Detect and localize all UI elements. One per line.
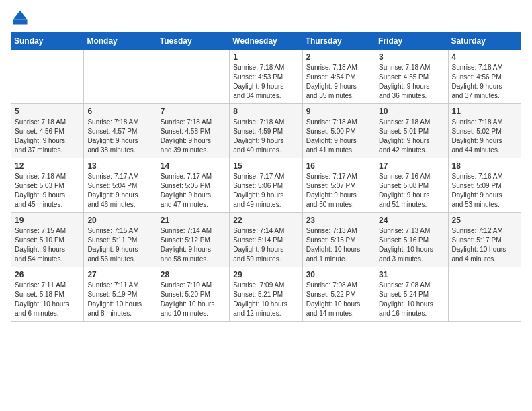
day-cell [448, 267, 521, 322]
day-info: Sunrise: 7:17 AM Sunset: 5:07 PM Dayligh… [306, 172, 371, 210]
day-number: 13 [87, 161, 152, 171]
day-cell: 19Sunrise: 7:15 AM Sunset: 5:10 PM Dayli… [11, 213, 84, 267]
day-number: 21 [161, 216, 226, 225]
week-row-1: 5Sunrise: 7:18 AM Sunset: 4:56 PM Daylig… [11, 104, 521, 158]
logo [11, 8, 32, 27]
day-cell: 20Sunrise: 7:15 AM Sunset: 5:11 PM Dayli… [84, 213, 157, 267]
day-cell: 14Sunrise: 7:17 AM Sunset: 5:05 PM Dayli… [157, 158, 229, 213]
day-number: 15 [233, 161, 298, 171]
day-cell: 28Sunrise: 7:10 AM Sunset: 5:20 PM Dayli… [157, 267, 229, 322]
day-cell: 6Sunrise: 7:18 AM Sunset: 4:57 PM Daylig… [84, 104, 157, 158]
day-number: 17 [379, 161, 444, 171]
day-cell [84, 50, 157, 104]
day-cell: 27Sunrise: 7:11 AM Sunset: 5:19 PM Dayli… [84, 267, 157, 322]
day-info: Sunrise: 7:15 AM Sunset: 5:10 PM Dayligh… [15, 226, 80, 264]
day-info: Sunrise: 7:13 AM Sunset: 5:15 PM Dayligh… [306, 226, 371, 264]
day-cell: 11Sunrise: 7:18 AM Sunset: 5:02 PM Dayli… [448, 104, 521, 158]
day-number: 14 [161, 161, 226, 171]
day-cell: 13Sunrise: 7:17 AM Sunset: 5:04 PM Dayli… [84, 158, 157, 213]
day-info: Sunrise: 7:18 AM Sunset: 4:57 PM Dayligh… [87, 118, 152, 155]
day-number: 28 [161, 270, 226, 279]
svg-marker-0 [13, 11, 28, 20]
day-cell [157, 50, 229, 104]
day-cell: 12Sunrise: 7:18 AM Sunset: 5:03 PM Dayli… [11, 158, 84, 213]
day-info: Sunrise: 7:17 AM Sunset: 5:04 PM Dayligh… [87, 172, 152, 210]
day-cell: 16Sunrise: 7:17 AM Sunset: 5:07 PM Dayli… [302, 158, 375, 213]
day-cell: 29Sunrise: 7:09 AM Sunset: 5:21 PM Dayli… [230, 267, 302, 322]
day-info: Sunrise: 7:14 AM Sunset: 5:14 PM Dayligh… [233, 226, 298, 264]
day-cell: 4Sunrise: 7:18 AM Sunset: 4:56 PM Daylig… [448, 50, 521, 104]
header [11, 8, 521, 27]
calendar: SundayMondayTuesdayWednesdayThursdayFrid… [11, 32, 521, 322]
weekday-header-row: SundayMondayTuesdayWednesdayThursdayFrid… [11, 33, 521, 50]
day-cell: 2Sunrise: 7:18 AM Sunset: 4:54 PM Daylig… [302, 50, 375, 104]
svg-rect-1 [13, 20, 28, 25]
day-number: 6 [87, 107, 152, 116]
day-info: Sunrise: 7:08 AM Sunset: 5:22 PM Dayligh… [306, 281, 371, 318]
day-info: Sunrise: 7:15 AM Sunset: 5:11 PM Dayligh… [87, 226, 152, 264]
day-cell: 5Sunrise: 7:18 AM Sunset: 4:56 PM Daylig… [11, 104, 84, 158]
day-info: Sunrise: 7:18 AM Sunset: 4:53 PM Dayligh… [233, 63, 298, 101]
day-number: 9 [306, 107, 371, 116]
weekday-header-sunday: Sunday [11, 33, 84, 50]
day-info: Sunrise: 7:09 AM Sunset: 5:21 PM Dayligh… [233, 281, 298, 318]
week-row-4: 26Sunrise: 7:11 AM Sunset: 5:18 PM Dayli… [11, 267, 521, 322]
weekday-header-monday: Monday [84, 33, 157, 50]
day-number: 23 [306, 216, 371, 225]
day-info: Sunrise: 7:18 AM Sunset: 4:54 PM Dayligh… [306, 63, 371, 101]
weekday-header-friday: Friday [375, 33, 448, 50]
day-cell: 7Sunrise: 7:18 AM Sunset: 4:58 PM Daylig… [157, 104, 229, 158]
day-cell: 17Sunrise: 7:16 AM Sunset: 5:08 PM Dayli… [375, 158, 448, 213]
day-info: Sunrise: 7:13 AM Sunset: 5:16 PM Dayligh… [379, 226, 444, 264]
day-number: 4 [452, 52, 517, 62]
day-cell: 15Sunrise: 7:17 AM Sunset: 5:06 PM Dayli… [230, 158, 302, 213]
day-number: 12 [15, 161, 80, 171]
day-cell: 21Sunrise: 7:14 AM Sunset: 5:12 PM Dayli… [157, 213, 229, 267]
day-number: 3 [379, 52, 444, 62]
day-info: Sunrise: 7:08 AM Sunset: 5:24 PM Dayligh… [379, 281, 444, 318]
day-cell: 3Sunrise: 7:18 AM Sunset: 4:55 PM Daylig… [375, 50, 448, 104]
day-cell: 26Sunrise: 7:11 AM Sunset: 5:18 PM Dayli… [11, 267, 84, 322]
day-number: 16 [306, 161, 371, 171]
day-info: Sunrise: 7:18 AM Sunset: 4:59 PM Dayligh… [233, 118, 298, 155]
day-info: Sunrise: 7:17 AM Sunset: 5:05 PM Dayligh… [161, 172, 226, 210]
day-number: 24 [379, 216, 444, 225]
day-info: Sunrise: 7:16 AM Sunset: 5:09 PM Dayligh… [452, 172, 517, 210]
weekday-header-saturday: Saturday [448, 33, 521, 50]
day-cell: 9Sunrise: 7:18 AM Sunset: 5:00 PM Daylig… [302, 104, 375, 158]
day-info: Sunrise: 7:18 AM Sunset: 4:56 PM Dayligh… [15, 118, 80, 155]
week-row-2: 12Sunrise: 7:18 AM Sunset: 5:03 PM Dayli… [11, 158, 521, 213]
weekday-header-tuesday: Tuesday [157, 33, 229, 50]
day-info: Sunrise: 7:14 AM Sunset: 5:12 PM Dayligh… [161, 226, 226, 264]
day-cell: 10Sunrise: 7:18 AM Sunset: 5:01 PM Dayli… [375, 104, 448, 158]
day-cell: 1Sunrise: 7:18 AM Sunset: 4:53 PM Daylig… [230, 50, 302, 104]
day-info: Sunrise: 7:11 AM Sunset: 5:19 PM Dayligh… [87, 281, 152, 318]
day-number: 18 [452, 161, 517, 171]
day-info: Sunrise: 7:16 AM Sunset: 5:08 PM Dayligh… [379, 172, 444, 210]
day-info: Sunrise: 7:10 AM Sunset: 5:20 PM Dayligh… [161, 281, 226, 318]
weekday-header-thursday: Thursday [302, 33, 375, 50]
day-info: Sunrise: 7:18 AM Sunset: 5:00 PM Dayligh… [306, 118, 371, 155]
day-number: 25 [452, 216, 517, 225]
day-info: Sunrise: 7:12 AM Sunset: 5:17 PM Dayligh… [452, 226, 517, 264]
day-info: Sunrise: 7:18 AM Sunset: 4:56 PM Dayligh… [452, 63, 517, 101]
day-info: Sunrise: 7:18 AM Sunset: 5:01 PM Dayligh… [379, 118, 444, 155]
page: SundayMondayTuesdayWednesdayThursdayFrid… [0, 0, 532, 411]
day-number: 8 [233, 107, 298, 116]
day-cell: 8Sunrise: 7:18 AM Sunset: 4:59 PM Daylig… [230, 104, 302, 158]
day-info: Sunrise: 7:18 AM Sunset: 4:58 PM Dayligh… [161, 118, 226, 155]
day-number: 20 [87, 216, 152, 225]
day-number: 27 [87, 270, 152, 279]
day-cell: 25Sunrise: 7:12 AM Sunset: 5:17 PM Dayli… [448, 213, 521, 267]
day-number: 11 [452, 107, 517, 116]
week-row-3: 19Sunrise: 7:15 AM Sunset: 5:10 PM Dayli… [11, 213, 521, 267]
day-number: 26 [15, 270, 80, 279]
day-info: Sunrise: 7:17 AM Sunset: 5:06 PM Dayligh… [233, 172, 298, 210]
day-info: Sunrise: 7:18 AM Sunset: 5:02 PM Dayligh… [452, 118, 517, 155]
day-info: Sunrise: 7:18 AM Sunset: 4:55 PM Dayligh… [379, 63, 444, 101]
day-number: 1 [233, 52, 298, 62]
logo-icon [11, 8, 30, 27]
weekday-header-wednesday: Wednesday [230, 33, 302, 50]
day-cell: 22Sunrise: 7:14 AM Sunset: 5:14 PM Dayli… [230, 213, 302, 267]
day-cell: 24Sunrise: 7:13 AM Sunset: 5:16 PM Dayli… [375, 213, 448, 267]
